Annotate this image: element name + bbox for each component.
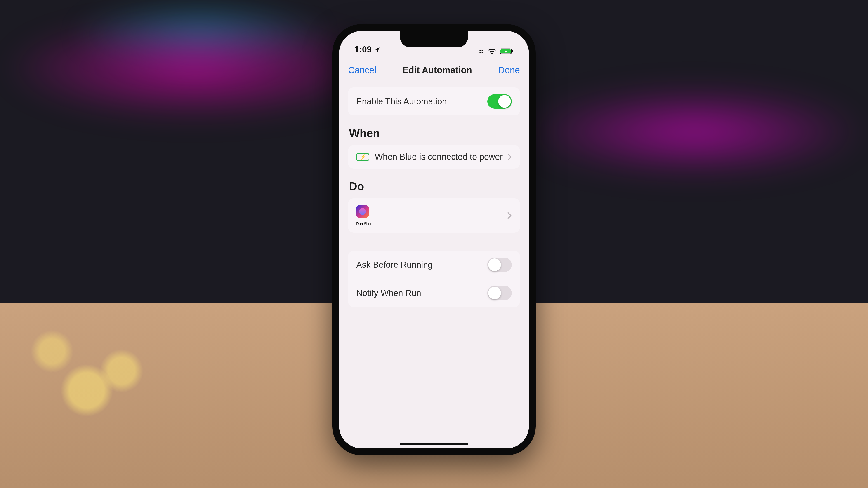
cancel-button[interactable]: Cancel [348,65,376,75]
notify-when-run-toggle[interactable] [487,286,512,300]
svg-point-0 [479,50,481,51]
location-icon [374,46,380,53]
when-card: ⚡ When Blue is connected to power [348,145,520,168]
do-card: Run Shortcut [348,198,520,233]
svg-rect-5 [512,50,513,53]
notch [400,31,468,47]
wifi-icon [488,48,496,55]
home-indicator[interactable] [400,443,468,445]
page-title: Edit Automation [403,65,472,75]
when-row[interactable]: ⚡ When Blue is connected to power [348,145,520,168]
battery-charging-icon [500,48,514,55]
status-time: 1:09 [354,45,372,55]
shortcuts-app-icon [356,205,369,218]
svg-point-2 [479,52,481,53]
screen: 1:09 [339,31,529,449]
background-glow [0,15,391,122]
enable-label: Enable This Automation [356,96,447,106]
svg-point-3 [482,52,483,53]
do-heading: Do [349,180,520,193]
when-heading: When [349,127,520,140]
power-connected-icon: ⚡ [356,153,369,161]
when-label: When Blue is connected to power [375,152,503,162]
options-card: Ask Before Running Notify When Run [348,251,520,307]
nav-bar: Cancel Edit Automation Done [339,58,529,83]
focus-icon [478,48,485,55]
phone-frame: 1:09 [332,24,536,455]
chevron-right-icon [507,153,512,160]
svg-point-1 [482,50,483,51]
do-row[interactable]: Run Shortcut [348,198,520,233]
enable-toggle[interactable] [487,94,512,109]
background-glow [521,88,868,176]
ask-before-running-toggle[interactable] [487,258,512,272]
done-button[interactable]: Done [498,65,520,75]
enable-card: Enable This Automation [348,88,520,116]
do-label: Run Shortcut [356,222,377,226]
ask-before-running-label: Ask Before Running [356,260,433,269]
chevron-right-icon [507,212,512,219]
notify-when-run-label: Notify When Run [356,288,421,298]
content: Enable This Automation When ⚡ When Blue … [339,83,529,449]
